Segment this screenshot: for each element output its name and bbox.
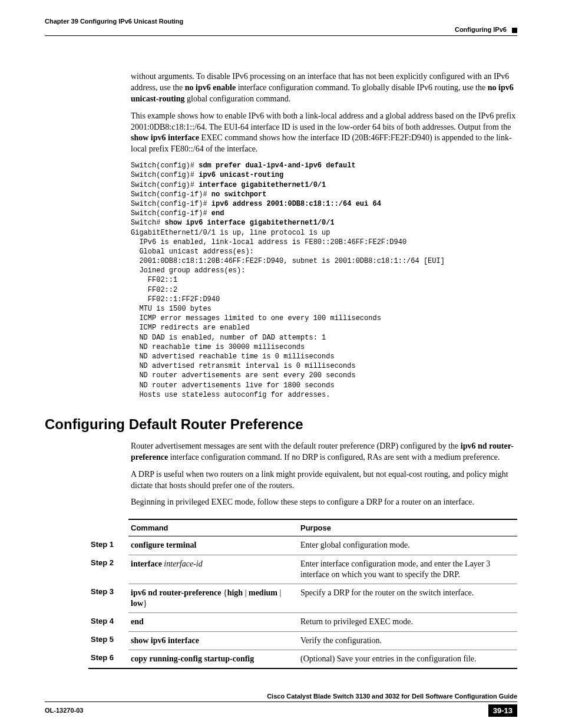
cmd: show ipv6 interface gigabitethernet1/0/1 (165, 219, 335, 227)
table-row: Step 5 show ipv6 interface Verify the co… (88, 631, 517, 650)
option: high (227, 588, 243, 597)
footer-docid: OL-13270-03 (45, 707, 83, 714)
cmd: end (131, 617, 144, 626)
syntax: | (277, 588, 281, 597)
intro-paragraph-1: without arguments. To disable IPv6 proce… (131, 71, 517, 105)
step-label: Step 1 (88, 536, 128, 555)
purpose-cell: Enter global configuration mode. (298, 536, 517, 555)
step-label: Step 4 (88, 613, 128, 631)
table-row: Step 2 interface interface-id Enter inte… (88, 555, 517, 584)
step-label: Step 5 (88, 631, 128, 650)
text: interface configuration command. If no D… (168, 453, 500, 462)
header-chapter: Chapter 39 Configuring IPv6 Unicast Rout… (45, 18, 517, 25)
syntax: } (143, 599, 147, 608)
text: global configuration command. (185, 94, 291, 103)
cli-example: Switch(config)# sdm prefer dual-ipv4-and… (131, 161, 517, 400)
page-header: Chapter 39 Configuring IPv6 Unicast Rout… (45, 18, 517, 36)
steps-table: Command Purpose Step 1 configure termina… (88, 519, 517, 669)
footer-page-number: 39-13 (488, 704, 517, 717)
command-cell: end (128, 613, 298, 631)
section2-paragraph-3: Beginning in privileged EXEC mode, follo… (131, 497, 517, 508)
cmd: interface gigabitethernet1/0/1 (199, 181, 326, 189)
prompt: Switch(config-if)# (131, 200, 211, 208)
section2-paragraph-1: Router advertisement messages are sent w… (131, 441, 517, 463)
cmd: ipv6 nd router-preference (131, 588, 221, 597)
purpose-cell: Specify a DRP for the router on the swit… (298, 584, 517, 612)
intro-paragraph-2: This example shows how to enable IPv6 wi… (131, 111, 517, 156)
arg: interface-id (162, 559, 203, 568)
step-label: Step 2 (88, 555, 128, 584)
cmd: interface (131, 559, 162, 568)
command-cell: show ipv6 interface (128, 631, 298, 650)
prompt: Switch(config)# (131, 171, 199, 179)
syntax: { (221, 588, 227, 597)
cmd: show ipv6 interface (131, 636, 199, 645)
table-row: Step 3 ipv6 nd router-preference {high |… (88, 584, 517, 612)
cmd: copy running-config startup-config (131, 654, 254, 663)
cmd: sdm prefer dual-ipv4-and-ipv6 default (199, 162, 355, 170)
column-header-purpose: Purpose (298, 519, 517, 536)
cmd: no switchport (211, 190, 267, 199)
option: low (131, 599, 143, 608)
purpose-cell: Verify the configuration. (298, 631, 517, 650)
prompt: Switch# (131, 219, 165, 227)
prompt: Switch(config-if)# (131, 209, 211, 218)
table-row: Step 4 end Return to privileged EXEC mod… (88, 613, 517, 631)
table-row: Step 6 copy running-config startup-confi… (88, 650, 517, 668)
column-header-command: Command (128, 519, 298, 536)
cmd: configure terminal (131, 541, 196, 549)
prompt: Switch(config)# (131, 181, 199, 189)
prompt: Switch(config)# (131, 162, 199, 170)
text: Router advertisement messages are sent w… (131, 442, 461, 450)
prompt: Switch(config-if)# (131, 190, 211, 199)
text: interface configuration command. To glob… (236, 83, 488, 92)
page-footer: Cisco Catalyst Blade Switch 3130 and 303… (45, 693, 517, 717)
option: medium (249, 588, 277, 597)
purpose-cell: (Optional) Save your entries in the conf… (298, 650, 517, 668)
purpose-cell: Enter interface configuration mode, and … (298, 555, 517, 584)
cmd: end (211, 209, 224, 218)
cli-output: GigabitEthernet1/0/1 is up, line protoco… (131, 229, 445, 399)
syntax: | (243, 588, 249, 597)
empty-cell (88, 519, 128, 536)
command-cell: interface interface-id (128, 555, 298, 584)
cmd: ipv6 unicast-routing (199, 171, 283, 179)
step-label: Step 6 (88, 650, 128, 668)
header-section-text: Configuring IPv6 (455, 26, 507, 33)
section-heading: Configuring Default Router Preference (45, 416, 517, 433)
text: This example shows how to enable IPv6 wi… (131, 111, 515, 131)
header-marker-icon (512, 28, 517, 33)
command-cell: copy running-config startup-config (128, 650, 298, 668)
purpose-cell: Return to privileged EXEC mode. (298, 613, 517, 631)
footer-guide-title: Cisco Catalyst Blade Switch 3130 and 303… (45, 693, 517, 702)
table-row: Step 1 configure terminal Enter global c… (88, 536, 517, 555)
table-header-row: Command Purpose (88, 519, 517, 536)
cmd: ipv6 address 2001:0DB8:c18:1::/64 eui 64 (211, 200, 381, 208)
step-label: Step 3 (88, 584, 128, 612)
command-cell: ipv6 nd router-preference {high | medium… (128, 584, 298, 612)
command-text: show ipv6 interface (131, 133, 199, 142)
section2-paragraph-2: A DRP is useful when two routers on a li… (131, 469, 517, 492)
header-section: Configuring IPv6 (45, 26, 517, 33)
command-cell: configure terminal (128, 536, 298, 555)
command-text: no ipv6 enable (185, 83, 236, 92)
